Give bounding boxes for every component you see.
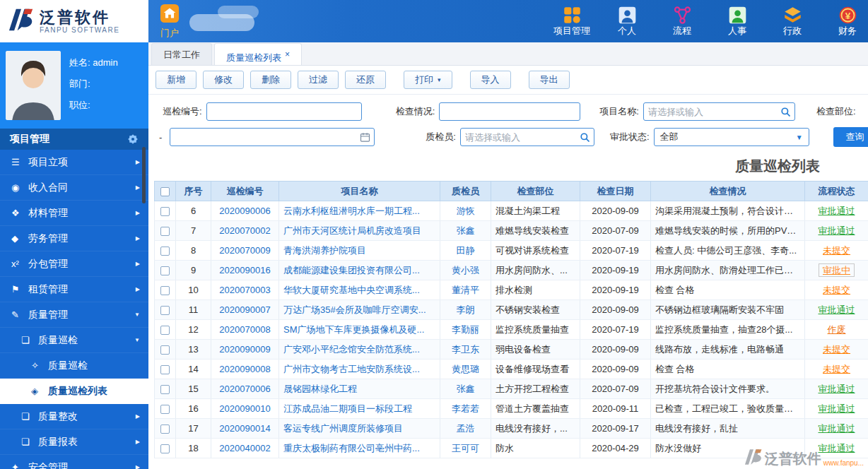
row-checkbox[interactable] [160,326,170,335]
inspector-input[interactable] [460,128,594,146]
sidebar-item-1[interactable]: ◉收入合同▶ [0,175,148,201]
table-row[interactable]: 82020070009青海洪湖养护院项目田静可视对讲系统检查2020-07-19… [155,241,868,261]
search-icon[interactable] [780,107,791,117]
row-checkbox[interactable] [160,247,170,256]
gear-icon[interactable] [127,133,139,145]
table-row[interactable]: 182020040002重庆太极制药有限公司亳州中药...王可可防水2020-0… [155,439,868,458]
project-name-link[interactable]: 广州市文物考古工地安防系统设... [283,364,420,374]
project-name-link[interactable]: 万达广场35#会所及咖啡厅空调安... [283,304,426,315]
sidebar-item-12[interactable]: ✦安全管理▶ [0,455,148,469]
nav-item-4[interactable]: 行政 [772,5,813,37]
portal-nav-item[interactable]: 门户 [160,0,180,42]
flow-status[interactable]: 未提交 [823,245,850,256]
inspector-link[interactable]: 张鑫 [457,384,475,394]
flow-status[interactable]: 审批中 [819,263,855,277]
inspection-code-link[interactable]: 2020070008 [219,324,270,335]
sidebar-item-8[interactable]: ✧质量巡检 [0,353,148,379]
flow-status[interactable]: 审批通过 [819,225,855,236]
sidebar-item-4[interactable]: x²分包管理▶ [0,251,148,277]
row-checkbox[interactable] [160,266,170,275]
header-cell[interactable]: 检查日期 [580,182,651,201]
row-checkbox[interactable] [160,385,170,394]
inspect-no-input[interactable] [206,102,362,121]
nav-item-0[interactable]: 项目管理 [551,5,592,37]
table-row[interactable]: 62020090006云南水利枢纽潜明水库一期工程...游恢混凝土沟渠工程202… [155,201,868,221]
sidebar-item-10[interactable]: ❏质量整改▶ [0,404,148,429]
sidebar-item-3[interactable]: ◆劳务管理▶ [0,226,148,251]
inspection-code-link[interactable]: 2020090010 [219,403,270,414]
sidebar-section-header[interactable]: 项目管理 [0,129,148,150]
inspection-code-link[interactable]: 2020070002 [219,225,270,236]
project-name-link[interactable]: 江苏成品油二期项目一标段工程 [283,403,412,414]
calendar-icon[interactable] [360,132,370,143]
sidebar-item-11[interactable]: ❏质量报表▶ [0,429,148,455]
project-name-link[interactable]: 云南水利枢纽潜明水库一期工程... [283,206,420,216]
header-cell[interactable]: 项目名称 [279,182,440,201]
toolbar-button-5[interactable]: 打印▾ [404,71,452,89]
inspector-link[interactable]: 李朗 [457,304,475,315]
table-row[interactable]: 102020070003华软大厦研究基地中央空调系统...董清平排水检测2020… [155,280,868,300]
toolbar-button-6[interactable]: 导入 [470,71,511,89]
nav-item-1[interactable]: 个人 [606,5,647,37]
flow-status[interactable]: 未提交 [823,344,850,355]
project-name-link[interactable]: SM广场地下车库更换摄像机及硬... [283,324,424,335]
inspector-link[interactable]: 董清平 [452,285,479,295]
table-row[interactable]: 72020070002广州市天河区统计局机房改造项目张鑫难燃导线安装检查2020… [155,221,868,241]
sidebar-item-5[interactable]: ⚑租赁管理▶ [0,277,148,302]
toolbar-button-0[interactable]: 新增 [156,71,197,89]
approval-status-select[interactable]: 全部 ▼ [654,128,809,146]
row-checkbox[interactable] [160,306,170,315]
inspection-code-link[interactable]: 2020040002 [219,443,270,453]
table-row[interactable]: 122020070008SM广场地下车库更换摄像机及硬...李勤丽监控系统质量抽… [155,320,868,340]
tab-quality-inspection-list[interactable]: 质量巡检列表× [214,43,302,65]
sidebar-item-2[interactable]: ❖材料管理▶ [0,201,148,226]
inspector-link[interactable]: 王可可 [452,443,479,453]
inspection-code-link[interactable]: 2020090014 [219,423,270,434]
table-row[interactable]: 172020090014客运专线广州调度所装修项目孟浩电线没有接好，...202… [155,419,868,439]
header-cell[interactable]: 流程状态 [805,182,868,201]
select-all-checkbox[interactable] [160,187,170,196]
toolbar-button-3[interactable]: 过滤 [298,71,339,89]
row-checkbox[interactable] [160,286,170,295]
inspector-link[interactable]: 游恢 [457,206,475,216]
query-button[interactable]: 查询 [833,127,868,147]
toolbar-button-7[interactable]: 导出 [529,71,570,89]
project-name-link[interactable]: 广安邓小平纪念馆安全防范系统... [283,344,420,355]
row-checkbox[interactable] [160,444,170,453]
project-name-link[interactable]: 华软大厦研究基地中央空调系统... [283,285,420,295]
date-input[interactable] [170,128,375,146]
inspection-code-link[interactable]: 2020070003 [219,285,270,295]
flow-status[interactable]: 审批通过 [819,304,855,315]
flow-status[interactable]: 审批通过 [819,443,855,453]
table-row[interactable]: 92020090016成都能源建设集团投资有限公司...黄小强用水房间防水、..… [155,261,868,280]
nav-item-2[interactable]: 流程 [662,5,703,37]
toolbar-button-4[interactable]: 还原 [345,71,386,89]
search-icon[interactable] [580,132,590,143]
sidebar-item-9[interactable]: ◈质量巡检列表 [0,379,148,404]
inspection-code-link[interactable]: 2020090006 [219,206,270,216]
nav-item-3[interactable]: 人事 [717,5,758,37]
row-checkbox[interactable] [160,227,170,236]
nav-item-5[interactable]: ¥财务 [827,5,868,37]
close-icon[interactable]: × [285,49,290,59]
row-checkbox[interactable] [160,345,170,355]
row-checkbox[interactable] [160,425,170,434]
inspection-code-link[interactable]: 2020070006 [219,384,270,394]
project-name-link[interactable]: 重庆太极制药有限公司亳州中药... [283,443,420,453]
inspector-link[interactable]: 黄思璐 [452,364,479,374]
sidebar-item-6[interactable]: ✎质量管理▼ [0,302,148,328]
header-cell[interactable]: 巡检编号 [211,182,279,201]
flow-status[interactable]: 未提交 [823,364,850,374]
table-row[interactable]: 132020090009广安邓小平纪念馆安全防范系统...李卫东弱电设备检查20… [155,340,868,360]
table-row[interactable]: 142020090008广州市文物考古工地安防系统设...黄思璐设备维修现场查看… [155,360,868,379]
toolbar-button-2[interactable]: 删除 [250,71,291,89]
header-cell[interactable]: 检查情况 [651,182,805,201]
sidebar-item-0[interactable]: ☰项目立项▶ [0,150,148,175]
flow-status[interactable]: 审批通过 [819,403,855,414]
table-row[interactable]: 152020070006晟铭园林绿化工程张鑫土方开挖工程检查2020-07-09… [155,379,868,399]
sidebar-item-7[interactable]: ❏质量巡检▼ [0,328,148,353]
flow-status[interactable]: 审批通过 [819,423,855,434]
project-name-link[interactable]: 晟铭园林绿化工程 [283,384,357,394]
inspection-code-link[interactable]: 2020090016 [219,265,270,275]
flow-status[interactable]: 作废 [828,324,846,335]
